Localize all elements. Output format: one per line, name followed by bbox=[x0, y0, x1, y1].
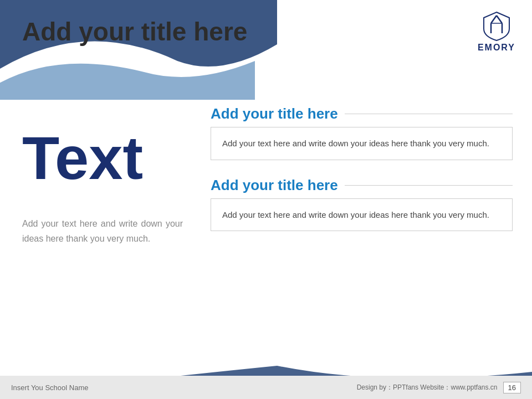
box1-title: Add your title here bbox=[211, 105, 513, 122]
footer-right: Design by：PPTfans Website：www.pptfans.cn… bbox=[357, 382, 521, 393]
swoosh-top-decoration bbox=[0, 0, 532, 100]
footer-school-name: Insert You School Name bbox=[11, 383, 88, 392]
box1-body: Add your text here and write down your i… bbox=[222, 136, 501, 151]
box2-title: Add your title here bbox=[211, 177, 513, 194]
svg-line-1 bbox=[497, 16, 502, 23]
logo-text: EMORY bbox=[478, 43, 515, 53]
svg-line-0 bbox=[491, 16, 497, 23]
content-box-1: Add your title here Add your text here a… bbox=[211, 105, 513, 160]
big-word: Text bbox=[22, 127, 143, 188]
main-title: Add your title here bbox=[22, 17, 247, 47]
page-number: 16 bbox=[503, 382, 521, 393]
slide: Add your title here EMORY Text Add your … bbox=[0, 0, 532, 399]
emory-shield-icon bbox=[483, 11, 510, 42]
body-text-left: Add your text here and write down your i… bbox=[22, 216, 183, 246]
content-box-2: Add your title here Add your text here a… bbox=[211, 177, 513, 232]
logo-area: EMORY bbox=[478, 11, 515, 53]
right-section: Add your title here Add your text here a… bbox=[211, 105, 513, 248]
footer-credits: Design by：PPTfans Website：www.pptfans.cn bbox=[357, 383, 498, 392]
box1-border: Add your text here and write down your i… bbox=[211, 127, 513, 160]
footer: Insert You School Name Design by：PPTfans… bbox=[0, 376, 532, 399]
box2-border: Add your text here and write down your i… bbox=[211, 198, 513, 232]
box2-body: Add your text here and write down your i… bbox=[222, 208, 501, 222]
